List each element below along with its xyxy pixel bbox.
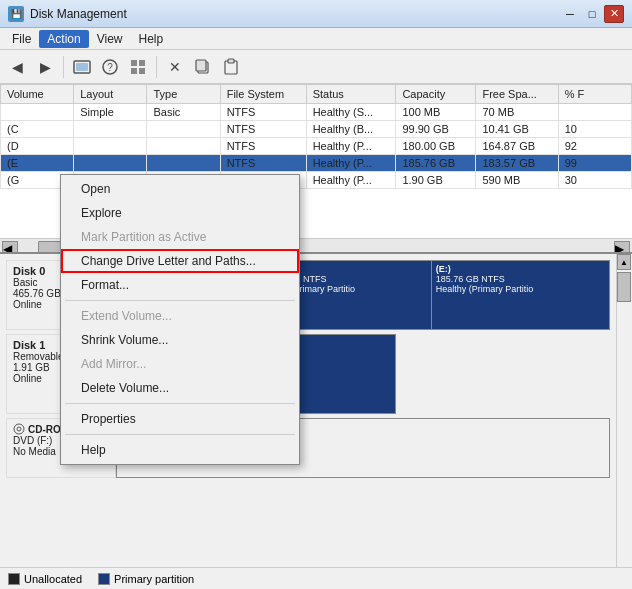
help-button[interactable]: ? — [97, 54, 123, 80]
back-button[interactable]: ◀ — [4, 54, 30, 80]
svg-rect-6 — [131, 68, 137, 74]
context-menu-item-change-drive-letter-and-paths[interactable]: Change Drive Letter and Paths... — [61, 249, 299, 273]
context-menu-item-format[interactable]: Format... — [61, 273, 299, 297]
svg-rect-5 — [139, 60, 145, 66]
table-cell[interactable] — [1, 104, 74, 121]
table-cell[interactable] — [147, 121, 220, 138]
menu-view[interactable]: View — [89, 30, 131, 48]
table-cell[interactable]: (D — [1, 138, 74, 155]
copy-button[interactable] — [190, 54, 216, 80]
context-menu-item-explore[interactable]: Explore — [61, 201, 299, 225]
context-menu-separator — [65, 434, 295, 435]
table-cell[interactable] — [74, 155, 147, 172]
table-cell[interactable]: 185.76 GB — [396, 155, 476, 172]
table-cell[interactable]: NTFS — [220, 121, 306, 138]
col-layout: Layout — [74, 85, 147, 104]
menu-help[interactable]: Help — [131, 30, 172, 48]
table-cell[interactable]: 99 — [558, 155, 631, 172]
window-title: Disk Management — [30, 7, 127, 21]
legend-primary: Primary partition — [98, 573, 194, 585]
table-cell[interactable]: NTFS — [220, 155, 306, 172]
table-cell[interactable]: Healthy (S... — [306, 104, 396, 121]
table-cell[interactable]: (C — [1, 121, 74, 138]
delete-button[interactable]: ✕ — [162, 54, 188, 80]
table-cell[interactable]: 10.41 GB — [476, 121, 558, 138]
scroll-up-btn[interactable]: ▲ — [617, 254, 631, 270]
toolbar: ◀ ▶ ? ✕ — [0, 50, 632, 84]
scroll-left-btn[interactable]: ◀ — [2, 241, 18, 253]
legend-unallocated: Unallocated — [8, 573, 82, 585]
table-cell[interactable]: Healthy (P... — [306, 172, 396, 189]
vertical-scrollbar[interactable]: ▲ ▼ — [616, 254, 632, 589]
table-cell[interactable] — [147, 138, 220, 155]
app-icon: 💾 — [8, 6, 24, 22]
table-cell[interactable]: Basic — [147, 104, 220, 121]
table-cell[interactable] — [558, 104, 631, 121]
table-cell[interactable]: 164.87 GB — [476, 138, 558, 155]
svg-rect-4 — [131, 60, 137, 66]
context-menu-item-extend-volume: Extend Volume... — [61, 304, 299, 328]
table-cell[interactable]: 1.90 GB — [396, 172, 476, 189]
legend-bar: Unallocated Primary partition — [0, 567, 632, 589]
context-menu-item-help[interactable]: Help — [61, 438, 299, 462]
col-capacity: Capacity — [396, 85, 476, 104]
col-status: Status — [306, 85, 396, 104]
table-cell[interactable]: 100 MB — [396, 104, 476, 121]
paste-button[interactable] — [218, 54, 244, 80]
svg-rect-9 — [196, 60, 206, 71]
context-menu-item-open[interactable]: Open — [61, 177, 299, 201]
table-cell[interactable]: 590 MB — [476, 172, 558, 189]
scroll-right-btn[interactable]: ▶ — [614, 241, 630, 253]
table-cell[interactable]: 10 — [558, 121, 631, 138]
table-cell[interactable]: 99.90 GB — [396, 121, 476, 138]
minimize-button[interactable]: ─ — [560, 5, 580, 23]
legend-label-unallocated: Unallocated — [24, 573, 82, 585]
table-cell[interactable]: NTFS — [220, 138, 306, 155]
table-cell[interactable]: 180.00 GB — [396, 138, 476, 155]
legend-label-primary: Primary partition — [114, 573, 194, 585]
scroll-track-thumb[interactable] — [617, 272, 631, 302]
col-type: Type — [147, 85, 220, 104]
legend-swatch-unallocated — [8, 573, 20, 585]
toolbar-sep-1 — [63, 56, 64, 78]
table-cell[interactable] — [74, 138, 147, 155]
context-menu-item-delete-volume[interactable]: Delete Volume... — [61, 376, 299, 400]
context-menu-item-mark-partition-as-active: Mark Partition as Active — [61, 225, 299, 249]
table-cell[interactable]: 30 — [558, 172, 631, 189]
context-menu-separator — [65, 403, 295, 404]
table-cell[interactable]: Healthy (P... — [306, 155, 396, 172]
context-menu-item-add-mirror: Add Mirror... — [61, 352, 299, 376]
toolbar-sep-2 — [156, 56, 157, 78]
maximize-button[interactable]: □ — [582, 5, 602, 23]
col-freespace: Free Spa... — [476, 85, 558, 104]
menu-bar: File Action View Help — [0, 28, 632, 50]
col-percent: % F — [558, 85, 631, 104]
menu-action[interactable]: Action — [39, 30, 88, 48]
forward-button[interactable]: ▶ — [32, 54, 58, 80]
disk-mgmt-button[interactable] — [69, 54, 95, 80]
col-filesystem: File System — [220, 85, 306, 104]
svg-rect-11 — [228, 59, 234, 63]
table-cell[interactable] — [74, 121, 147, 138]
svg-rect-1 — [76, 63, 88, 71]
table-cell[interactable]: NTFS — [220, 104, 306, 121]
table-cell[interactable]: Simple — [74, 104, 147, 121]
title-bar: 💾 Disk Management ─ □ ✕ — [0, 0, 632, 28]
context-menu-item-properties[interactable]: Properties — [61, 407, 299, 431]
table-cell[interactable]: Healthy (B... — [306, 121, 396, 138]
table-cell[interactable] — [147, 155, 220, 172]
context-menu-separator — [65, 300, 295, 301]
grid-button[interactable] — [125, 54, 151, 80]
table-cell[interactable]: 183.57 GB — [476, 155, 558, 172]
disk0-partition-e[interactable]: (E:) 185.76 GB NTFS Healthy (Primary Par… — [432, 261, 609, 329]
table-cell[interactable]: Healthy (P... — [306, 138, 396, 155]
table-cell[interactable]: 70 MB — [476, 104, 558, 121]
table-cell[interactable]: 92 — [558, 138, 631, 155]
svg-rect-7 — [139, 68, 145, 74]
legend-swatch-primary — [98, 573, 110, 585]
close-button[interactable]: ✕ — [604, 5, 624, 23]
menu-file[interactable]: File — [4, 30, 39, 48]
context-menu-item-shrink-volume[interactable]: Shrink Volume... — [61, 328, 299, 352]
svg-text:?: ? — [107, 62, 113, 73]
table-cell[interactable]: (E — [1, 155, 74, 172]
